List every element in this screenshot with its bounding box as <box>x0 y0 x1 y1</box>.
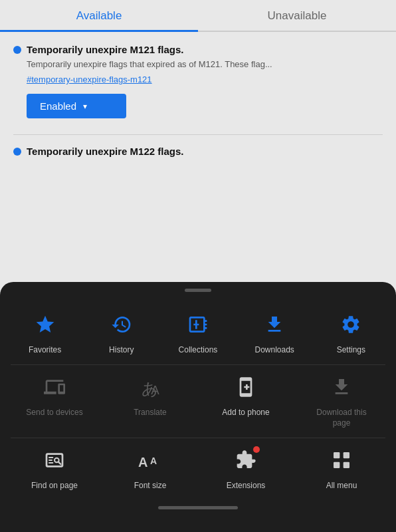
translate-icon-wrap: あ A <box>135 372 165 402</box>
settings-icon-wrap <box>336 309 366 340</box>
flag-item-1: Temporarily unexpire M121 flags. Tempora… <box>0 32 396 128</box>
history-item[interactable]: History <box>92 309 151 356</box>
favorites-item[interactable]: Favorites <box>15 309 75 356</box>
font-size-icon: A A <box>138 450 162 471</box>
add-to-phone-item[interactable]: Add to phone <box>216 372 276 428</box>
flag-desc-1: Temporarily unexpire flags that expired … <box>27 59 383 69</box>
find-on-page-icon-wrap <box>39 445 70 475</box>
settings-label: Settings <box>337 345 365 356</box>
flag-title-1: Temporarily unexpire M121 flags. <box>13 44 383 55</box>
flag-title-2: Temporarily unexpire M122 flags. <box>13 146 383 157</box>
tab-available[interactable]: Available <box>0 0 198 31</box>
download-page-icon-wrap <box>326 372 357 402</box>
flag-dropdown-1[interactable]: Enabled ▾ <box>27 94 383 118</box>
collections-icon <box>187 314 209 335</box>
flag-link-1[interactable]: #temporary-unexpire-flags-m121 <box>27 74 383 84</box>
history-icon-wrap <box>106 309 137 340</box>
svg-text:A: A <box>150 456 157 466</box>
downloads-icon <box>264 314 285 335</box>
find-on-page-item[interactable]: Find on page <box>25 445 84 491</box>
star-icon <box>35 314 56 335</box>
collections-label: Collections <box>179 345 218 356</box>
font-size-item[interactable]: A A Font size <box>120 445 180 491</box>
all-menu-icon <box>331 450 352 471</box>
flags-area: Available Unavailable Temporarily unexpi… <box>0 0 396 165</box>
downloads-icon-wrap <box>259 309 290 340</box>
send-to-devices-item[interactable]: Send to devices <box>25 372 84 428</box>
extensions-icon-wrap <box>231 445 261 475</box>
svg-rect-11 <box>334 462 340 468</box>
history-icon <box>111 314 132 335</box>
favorites-label: Favorites <box>29 345 61 356</box>
svg-line-3 <box>58 462 60 464</box>
dropdown-arrow-icon: ▾ <box>83 102 87 111</box>
svg-rect-9 <box>334 452 340 458</box>
send-devices-icon <box>44 376 65 398</box>
font-size-icon-wrap: A A <box>135 445 165 475</box>
all-menu-label: All menu <box>326 481 357 491</box>
translate-item[interactable]: あ A Translate <box>120 372 180 428</box>
nav-bar <box>0 501 396 512</box>
add-to-phone-label: Add to phone <box>222 408 269 418</box>
icon-row-3: Find on page A A Font size Extensions <box>0 438 396 501</box>
send-to-devices-label: Send to devices <box>26 408 82 418</box>
svg-text:A: A <box>138 455 148 469</box>
find-on-page-icon <box>44 450 65 471</box>
bottom-sheet: Favorites History Collections <box>0 282 396 532</box>
enabled-dropdown[interactable]: Enabled ▾ <box>27 94 126 118</box>
favorites-icon-wrap <box>30 309 60 340</box>
collections-icon-wrap <box>183 309 213 340</box>
sheet-handle <box>185 289 211 292</box>
download-page-label: Download this page <box>312 408 371 428</box>
svg-rect-10 <box>344 452 349 458</box>
icon-row-1: Favorites History Collections <box>0 303 396 365</box>
flag-dot-1 <box>13 46 21 54</box>
svg-rect-12 <box>344 462 349 468</box>
flag-dot-2 <box>13 148 21 156</box>
translate-icon: あ A <box>140 376 161 398</box>
nav-pill <box>158 506 238 509</box>
downloads-item[interactable]: Downloads <box>245 309 304 356</box>
flag-item-2: Temporarily unexpire M122 flags. <box>0 135 396 165</box>
extensions-label: Extensions <box>227 481 266 491</box>
extensions-badge <box>253 446 260 453</box>
add-phone-icon <box>235 376 256 398</box>
settings-item[interactable]: Settings <box>321 309 381 356</box>
send-icon-wrap <box>39 372 70 402</box>
tabs: Available Unavailable <box>0 0 396 32</box>
svg-text:A: A <box>151 383 159 397</box>
find-on-page-label: Find on page <box>31 481 78 491</box>
extensions-item[interactable]: Extensions <box>216 445 276 491</box>
all-menu-item[interactable]: All menu <box>312 445 371 491</box>
downloads-label: Downloads <box>254 345 294 356</box>
collections-item[interactable]: Collections <box>168 309 228 356</box>
extensions-icon <box>235 450 256 471</box>
font-size-label: Font size <box>134 481 167 491</box>
gear-icon <box>340 314 361 335</box>
tab-unavailable[interactable]: Unavailable <box>198 0 396 31</box>
all-menu-icon-wrap <box>326 445 357 475</box>
add-to-phone-icon-wrap <box>231 372 261 402</box>
translate-label: Translate <box>134 408 167 418</box>
download-page-icon <box>331 376 352 398</box>
icon-row-2: Send to devices あ A Translate Add to pho… <box>0 365 396 438</box>
history-label: History <box>109 345 134 356</box>
download-page-item[interactable]: Download this page <box>312 372 371 428</box>
